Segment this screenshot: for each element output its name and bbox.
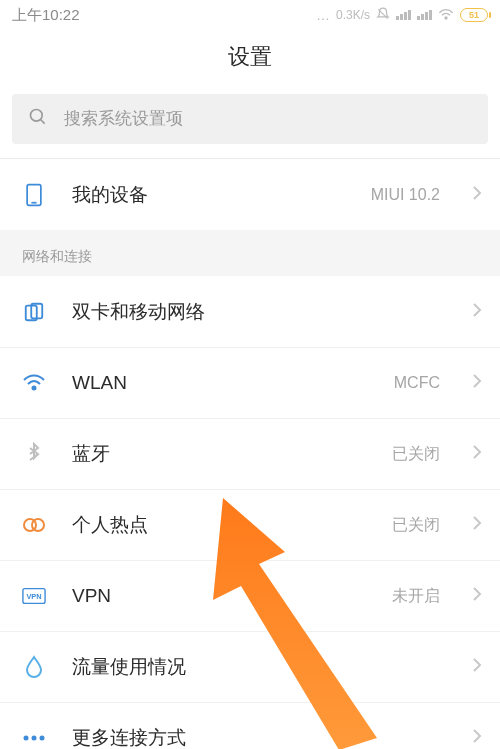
chevron-right-icon [472, 185, 482, 205]
more-dots-icon [22, 726, 46, 749]
settings-item-label: WLAN [72, 372, 368, 394]
search-section [0, 94, 500, 159]
chevron-right-icon [472, 444, 482, 464]
settings-item-label: 双卡和移动网络 [72, 299, 446, 325]
svg-point-14 [40, 736, 45, 741]
settings-item-label: 更多连接方式 [72, 725, 446, 749]
search-icon [28, 107, 48, 131]
svg-text:VPN: VPN [26, 592, 41, 601]
chevron-right-icon [472, 586, 482, 606]
svg-point-1 [31, 110, 43, 122]
search-box[interactable] [12, 94, 488, 144]
network-section: 双卡和移动网络 WLAN MCFC 蓝牙 已关闭 个人热点 已关闭 [0, 276, 500, 749]
search-input[interactable] [64, 109, 472, 129]
page-title: 设置 [0, 42, 500, 72]
settings-item-label: VPN [72, 585, 366, 607]
section-header-network: 网络和连接 [0, 230, 500, 276]
settings-item-hotspot[interactable]: 个人热点 已关闭 [0, 489, 500, 560]
status-right: … 0.3K/s 51 [316, 7, 488, 24]
bluetooth-icon [22, 442, 46, 466]
settings-item-data-usage[interactable]: 流量使用情况 [0, 631, 500, 702]
settings-item-label: 个人热点 [72, 512, 366, 538]
svg-point-7 [33, 387, 36, 390]
svg-point-0 [445, 17, 447, 19]
settings-item-vpn[interactable]: VPN VPN 未开启 [0, 560, 500, 631]
settings-item-label: 流量使用情况 [72, 654, 446, 680]
status-time: 上午10:22 [12, 6, 80, 25]
wifi-icon [22, 371, 46, 395]
ellipsis-icon: … [316, 7, 330, 23]
sim-cards-icon [22, 300, 46, 324]
chevron-right-icon [472, 373, 482, 393]
svg-line-2 [41, 120, 45, 124]
network-speed: 0.3K/s [336, 8, 370, 22]
wifi-icon [438, 7, 454, 23]
drop-icon [22, 655, 46, 679]
settings-item-label: 我的设备 [72, 182, 345, 208]
bell-mute-icon [376, 7, 390, 24]
settings-item-bluetooth[interactable]: 蓝牙 已关闭 [0, 418, 500, 489]
settings-item-value: 已关闭 [392, 444, 440, 465]
chevron-right-icon [472, 728, 482, 748]
page-header: 设置 [0, 30, 500, 94]
settings-item-label: 蓝牙 [72, 441, 366, 467]
settings-item-value: MIUI 10.2 [371, 186, 440, 204]
status-bar: 上午10:22 … 0.3K/s 51 [0, 0, 500, 30]
signal-icon-2 [417, 10, 432, 20]
settings-item-value: 未开启 [392, 586, 440, 607]
settings-item-my-device[interactable]: 我的设备 MIUI 10.2 [0, 159, 500, 230]
settings-item-more-connections[interactable]: 更多连接方式 [0, 702, 500, 749]
svg-point-12 [24, 736, 29, 741]
settings-item-value: MCFC [394, 374, 440, 392]
chevron-right-icon [472, 657, 482, 677]
chevron-right-icon [472, 302, 482, 322]
settings-item-wlan[interactable]: WLAN MCFC [0, 347, 500, 418]
settings-item-dual-sim[interactable]: 双卡和移动网络 [0, 276, 500, 347]
vpn-icon: VPN [22, 584, 46, 608]
hotspot-icon [22, 513, 46, 537]
settings-item-value: 已关闭 [392, 515, 440, 536]
phone-icon [22, 183, 46, 207]
battery-icon: 51 [460, 8, 488, 22]
device-section: 我的设备 MIUI 10.2 [0, 159, 500, 230]
svg-point-9 [32, 519, 44, 531]
svg-point-13 [32, 736, 37, 741]
signal-icon [396, 10, 411, 20]
chevron-right-icon [472, 515, 482, 535]
